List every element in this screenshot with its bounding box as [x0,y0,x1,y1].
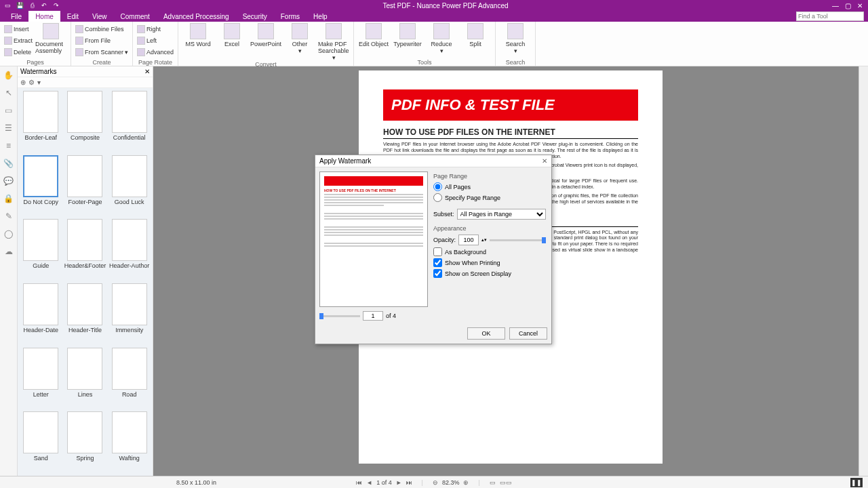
tab-advanced[interactable]: Advanced Processing [157,11,236,22]
view-mode-icon[interactable]: ▭ [490,479,496,486]
powerpoint-button[interactable]: PowerPoint [250,23,281,47]
list-icon[interactable]: ≡ [3,140,15,152]
watermark-item[interactable]: Lines [64,348,106,409]
show-screen-checkbox[interactable] [433,269,442,278]
open-icon[interactable]: ▭ [3,1,12,10]
maximize-icon[interactable]: ▢ [842,1,853,10]
watermark-item[interactable]: Header-Author [108,219,150,281]
watermarks-panel: Watermarks ✕ ⊕ ⚙ ▾ Border-LeafCompositeC… [18,66,153,476]
edit-object-button[interactable]: Edit Object [358,23,389,47]
group-label: Page Rotate [137,59,174,66]
extract-button[interactable]: Extract [4,35,33,46]
attach-icon[interactable]: 📎 [3,157,15,169]
tab-comment[interactable]: Comment [114,11,157,22]
cancel-button[interactable]: Cancel [509,327,547,340]
prev-page-icon[interactable]: ◄ [366,479,372,486]
watermark-item[interactable]: Guide [20,219,62,281]
rotate-right-button[interactable]: Right [137,23,174,35]
save-icon[interactable]: 💾 [15,1,24,10]
arrow-icon[interactable]: ↖ [3,87,15,99]
lock-icon[interactable]: 🔒 [3,192,15,205]
searchable-button[interactable]: Make PDF Searchable ▾ [318,23,349,61]
zoom-in-icon[interactable]: ⊕ [463,479,469,486]
watermark-item[interactable]: Wafting [108,411,150,473]
from-scanner-button[interactable]: From Scanner ▾ [75,46,128,58]
tab-forms[interactable]: Forms [274,11,307,22]
find-input[interactable] [796,12,864,21]
opacity-input[interactable] [458,235,479,245]
rotate-left-button[interactable]: Left [137,35,174,46]
from-file-button[interactable]: From File [75,35,128,46]
watermark-item[interactable]: Good Luck [108,155,150,217]
other-button[interactable]: Other ▾ [284,23,315,54]
watermark-item[interactable]: Sand [20,411,62,473]
tab-help[interactable]: Help [307,11,334,22]
watermark-item[interactable]: Do Not Copy [20,155,62,217]
bookmark-icon[interactable]: ☰ [3,122,15,134]
watermark-item[interactable]: Header-Date [20,283,62,345]
watermark-item[interactable]: Composite [64,91,106,152]
layers-icon[interactable]: ◯ [3,228,15,240]
chevron-down-icon[interactable]: ▾ [37,79,41,86]
watermark-item[interactable]: Border-Leaf [20,91,62,152]
page-icon[interactable]: ▭ [3,104,15,117]
dialog-close-icon[interactable]: ✕ [542,157,547,165]
view-mode-icon[interactable]: ▭▭ [500,479,512,486]
typewriter-button[interactable]: Typewriter [392,23,423,47]
watermark-item[interactable]: Footer-Page [64,155,106,217]
add-icon[interactable]: ⊕ [20,79,26,86]
vertical-scrollbar[interactable] [859,66,868,476]
apply-watermark-dialog: Apply Watermark ✕ HOW TO USE PDF FILES O… [315,155,552,344]
redo-icon[interactable]: ↷ [52,1,61,10]
watermark-item[interactable]: Letter [20,348,62,409]
tab-home[interactable]: Home [28,11,60,22]
rotate-advanced-button[interactable]: Advanced [137,46,174,58]
watermark-item[interactable]: Immensity [108,283,150,345]
tab-view[interactable]: View [85,11,114,22]
watermark-item[interactable]: Confidential [108,91,150,152]
watermark-item[interactable]: Header&Footer [64,219,106,281]
show-printing-checkbox[interactable] [433,258,442,267]
delete-button[interactable]: Delete [4,46,33,58]
pause-icon[interactable]: ❚❚ [850,478,863,487]
split-button[interactable]: Split [460,23,491,47]
excel-button[interactable]: Excel [216,23,248,47]
reduce-button[interactable]: Reduce ▾ [426,23,457,54]
close-icon[interactable]: ✕ [854,1,865,10]
watermark-item[interactable]: Road [108,348,150,409]
preview-page-total: of 4 [386,312,396,319]
group-label: Search [500,59,531,66]
search-button[interactable]: Search ▾ [500,23,531,54]
as-background-checkbox[interactable] [433,247,442,256]
signature-icon[interactable]: ✎ [3,210,15,222]
minimize-icon[interactable]: — [830,1,841,10]
insert-button[interactable]: Insert [4,23,33,35]
specify-range-radio[interactable] [433,193,442,202]
preview-page-input[interactable] [363,311,383,321]
ribbon-tabs: File Home Edit View Comment Advanced Pro… [0,11,868,22]
opacity-slider[interactable] [490,239,546,241]
next-page-icon[interactable]: ► [396,479,402,486]
tab-file[interactable]: File [4,11,28,22]
ms-word-button[interactable]: MS Word [182,23,214,47]
print-icon[interactable]: ⎙ [27,1,37,10]
hand-icon[interactable]: ✋ [3,69,15,81]
ok-button[interactable]: OK [467,327,505,340]
last-page-icon[interactable]: ⏭ [406,479,412,486]
document-assembly-button[interactable]: Document Assembly [35,23,66,54]
tab-edit[interactable]: Edit [60,11,85,22]
zoom-out-icon[interactable]: ⊖ [433,479,438,486]
subset-select[interactable]: All Pages in Range [457,209,546,220]
first-page-icon[interactable]: ⏮ [356,479,362,486]
watermark-grid: Border-LeafCompositeConfidentialDo Not C… [18,88,153,476]
watermark-item[interactable]: Header-Title [64,283,106,345]
watermark-item[interactable]: Spring [64,411,106,473]
all-pages-radio[interactable] [433,182,442,191]
comment-icon[interactable]: 💬 [3,175,15,187]
panel-close-icon[interactable]: ✕ [144,68,150,75]
cloud-icon[interactable]: ☁ [3,245,15,258]
combine-files-button[interactable]: Combine Files [75,23,128,35]
tab-security[interactable]: Security [236,11,274,22]
gear-icon[interactable]: ⚙ [28,79,35,86]
undo-icon[interactable]: ↶ [39,1,49,10]
